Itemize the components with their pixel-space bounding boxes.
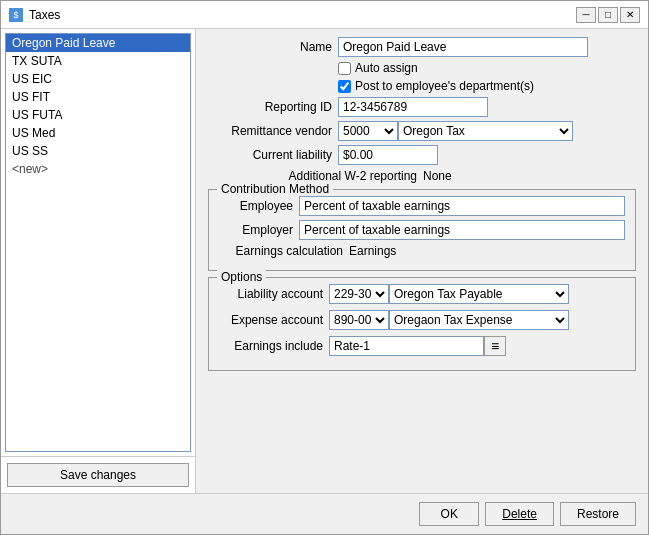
employee-contribution-input[interactable] [299, 196, 625, 216]
save-changes-button[interactable]: Save changes [7, 463, 189, 487]
auto-assign-label: Auto assign [355, 61, 418, 75]
liability-account-field: 229-30 Oregon Tax Payable [329, 284, 569, 304]
ok-button[interactable]: OK [419, 502, 479, 526]
contribution-section: Contribution Method Employee Employer Ea… [208, 189, 636, 271]
restore-button[interactable]: Restore [560, 502, 636, 526]
expense-code-select[interactable]: 890-00 [329, 310, 389, 330]
post-to-dept-checkbox[interactable] [338, 80, 351, 93]
liability-code-select[interactable]: 229-30 [329, 284, 389, 304]
name-input[interactable] [338, 37, 588, 57]
expense-name-select[interactable]: Oregaon Tax Expense [389, 310, 569, 330]
employee-label: Employee [219, 199, 299, 213]
name-label: Name [208, 40, 338, 54]
remittance-label: Remittance vendor [208, 124, 338, 138]
name-row: Name [208, 37, 636, 57]
list-item-us-ss[interactable]: US SS [6, 142, 190, 160]
remittance-code-select[interactable]: 5000 [338, 121, 398, 141]
left-footer: Save changes [1, 456, 195, 493]
liability-name-select[interactable]: Oregon Tax Payable [389, 284, 569, 304]
close-button[interactable]: ✕ [620, 7, 640, 23]
list-item-tx-suta[interactable]: TX SUTA [6, 52, 190, 70]
main-window: $ Taxes ─ □ ✕ Oregon Paid Leave TX SUTA … [0, 0, 649, 535]
liability-account-label: Liability account [219, 287, 329, 301]
additional-w2-label: Additional W-2 reporting [208, 169, 423, 183]
liability-account-row: Liability account 229-30 Oregon Tax Paya… [219, 284, 625, 304]
maximize-button[interactable]: □ [598, 7, 618, 23]
title-bar: $ Taxes ─ □ ✕ [1, 1, 648, 29]
earnings-calc-value: Earnings [349, 244, 396, 258]
list-item-new[interactable]: <new> [6, 160, 190, 178]
options-section-title: Options [217, 270, 266, 284]
employer-contribution-row: Employer [219, 220, 625, 240]
left-panel: Oregon Paid Leave TX SUTA US EIC US FIT … [1, 29, 196, 493]
window-icon: $ [9, 8, 23, 22]
remittance-field: 5000 Oregon Tax [338, 121, 573, 141]
employer-contribution-input[interactable] [299, 220, 625, 240]
post-to-dept-label: Post to employee's department(s) [355, 79, 534, 93]
options-section: Options Liability account 229-30 Oregon … [208, 277, 636, 371]
list-item-us-med[interactable]: US Med [6, 124, 190, 142]
earnings-include-row: Earnings include ≡ [219, 336, 625, 356]
auto-assign-row: Auto assign [208, 61, 636, 75]
earnings-calc-row: Earnings calculation Earnings [219, 244, 625, 258]
additional-w2-value: None [423, 169, 452, 183]
employee-contribution-row: Employee [219, 196, 625, 216]
minimize-button[interactable]: ─ [576, 7, 596, 23]
list-item-us-fit[interactable]: US FIT [6, 88, 190, 106]
remittance-row: Remittance vendor 5000 Oregon Tax [208, 121, 636, 141]
earnings-include-input[interactable] [329, 336, 484, 356]
expense-account-field: 890-00 Oregaon Tax Expense [329, 310, 569, 330]
reporting-id-input[interactable] [338, 97, 488, 117]
auto-assign-checkbox[interactable] [338, 62, 351, 75]
contribution-section-title: Contribution Method [217, 182, 333, 196]
employer-label: Employer [219, 223, 299, 237]
title-controls: ─ □ ✕ [576, 7, 640, 23]
list-item-us-futa[interactable]: US FUTA [6, 106, 190, 124]
expense-account-row: Expense account 890-00 Oregaon Tax Expen… [219, 310, 625, 330]
bottom-buttons: OK Delete Restore [1, 493, 648, 534]
earnings-include-label: Earnings include [219, 339, 329, 353]
expense-account-label: Expense account [219, 313, 329, 327]
main-content: Oregon Paid Leave TX SUTA US EIC US FIT … [1, 29, 648, 493]
title-bar-left: $ Taxes [9, 8, 60, 22]
window-title: Taxes [29, 8, 60, 22]
earnings-include-field: ≡ [329, 336, 506, 356]
list-item-us-eic[interactable]: US EIC [6, 70, 190, 88]
additional-w2-row: Additional W-2 reporting None [208, 169, 636, 183]
right-panel: Name Auto assign Post to employee's depa… [196, 29, 648, 493]
post-to-dept-row: Post to employee's department(s) [208, 79, 636, 93]
current-liability-row: Current liability [208, 145, 636, 165]
tax-list[interactable]: Oregon Paid Leave TX SUTA US EIC US FIT … [5, 33, 191, 452]
earnings-list-button[interactable]: ≡ [484, 336, 506, 356]
remittance-name-select[interactable]: Oregon Tax [398, 121, 573, 141]
reporting-id-label: Reporting ID [208, 100, 338, 114]
reporting-id-row: Reporting ID [208, 97, 636, 117]
current-liability-input[interactable] [338, 145, 438, 165]
delete-button[interactable]: Delete [485, 502, 554, 526]
list-item-oregon-paid-leave[interactable]: Oregon Paid Leave [6, 34, 190, 52]
earnings-calc-label: Earnings calculation [219, 244, 349, 258]
current-liability-label: Current liability [208, 148, 338, 162]
